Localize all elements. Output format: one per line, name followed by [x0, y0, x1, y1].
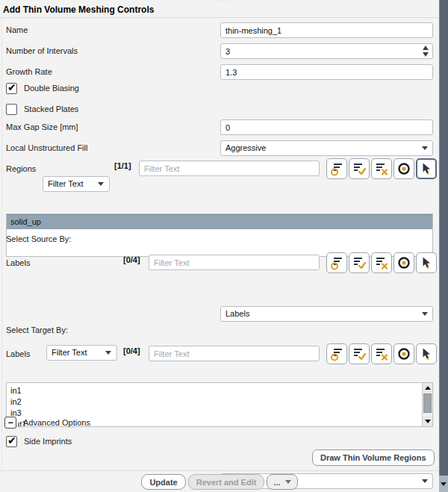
target-filter-input[interactable]: [149, 346, 320, 361]
cursor-icon: [419, 255, 434, 270]
chevron-down-icon: [98, 182, 104, 186]
checkmark-icon: ✔: [7, 81, 16, 93]
select-source-by-value: Labels: [225, 309, 249, 318]
scrollbar-thumb[interactable]: [439, 0, 448, 476]
chevron-down-icon: [105, 351, 111, 355]
graphics-select-button[interactable]: [416, 252, 437, 273]
filter-circle-icon: [329, 161, 344, 176]
regions-iconbar: [326, 158, 437, 179]
chevron-down-icon: [422, 146, 428, 150]
regions-filter-input[interactable]: [139, 161, 320, 176]
target-dot-icon: [396, 161, 411, 176]
select-source-by-dropdown[interactable]: Labels: [220, 306, 433, 322]
regions-count: [1/1]: [114, 161, 131, 170]
target-dot-icon: [396, 346, 411, 361]
source-filter-input[interactable]: [149, 255, 320, 270]
more-options-button[interactable]: ...: [267, 474, 297, 490]
regions-filter-mode-value: Filter Text: [48, 179, 83, 188]
double-biasing-row: ✔ Double Biasing: [6, 83, 79, 94]
side-imprints-row: ✔ Side Imprints: [6, 436, 72, 447]
select-filtered-button[interactable]: [349, 252, 370, 273]
drag-handle[interactable]: ·····: [208, 0, 234, 3]
source-list-scrollbar[interactable]: [422, 383, 432, 426]
draw-selection-button[interactable]: [393, 252, 414, 273]
advanced-options-row: − Advanced Options: [4, 417, 90, 429]
chevron-down-icon: [422, 312, 428, 316]
scrollbar-thumb[interactable]: [423, 393, 432, 413]
stacked-plates-checkbox[interactable]: ✔: [6, 104, 17, 115]
double-biasing-checkbox[interactable]: ✔: [6, 83, 17, 94]
filter-check-icon: [352, 346, 367, 361]
growth-rate-label: Growth Rate: [6, 64, 52, 80]
graphics-select-button[interactable]: [416, 343, 437, 364]
regions-filter-mode-dropdown[interactable]: Filter Text: [43, 176, 110, 192]
footer-separator: [0, 470, 439, 471]
scroll-down-icon[interactable]: [439, 479, 448, 488]
target-dot-icon: [396, 255, 411, 270]
content-left-edge: [1, 18, 2, 469]
panel-scrollbar[interactable]: [439, 0, 448, 492]
pattern-select-button[interactable]: [326, 343, 347, 364]
chevron-down-icon: [285, 480, 291, 484]
name-label: Name: [6, 22, 28, 38]
title-separator: [0, 17, 439, 18]
source-count: [0/4]: [123, 255, 140, 264]
source-filter-mode-dropdown[interactable]: Filter Text: [46, 345, 117, 361]
thin-volume-meshing-panel: ····· Add Thin Volume Meshing Controls N…: [0, 0, 439, 492]
select-filtered-button[interactable]: [349, 158, 370, 179]
local-fill-label: Local Unstructured Fill: [6, 140, 87, 156]
target-iconbar: [326, 343, 437, 364]
name-input[interactable]: [220, 22, 433, 38]
double-biasing-label: Double Biasing: [24, 83, 79, 94]
graphics-select-button[interactable]: [416, 158, 437, 179]
checkmark-icon: ✔: [7, 435, 16, 446]
collapse-minus-icon[interactable]: −: [4, 417, 16, 429]
source-iconbar: [326, 252, 437, 273]
local-fill-dropdown[interactable]: Aggressive: [220, 140, 433, 156]
source-labels-label: Labels: [6, 255, 30, 271]
scroll-up-icon[interactable]: [423, 383, 432, 393]
max-gap-input[interactable]: [220, 119, 433, 135]
region-list-item[interactable]: solid_up: [7, 214, 432, 229]
label-list-item[interactable]: in1: [7, 385, 432, 396]
regions-label: Regions: [6, 161, 36, 177]
filter-check-icon: [352, 255, 367, 270]
local-fill-value: Aggressive: [225, 143, 266, 152]
update-button[interactable]: Update: [141, 474, 185, 490]
select-filtered-button[interactable]: [349, 343, 370, 364]
target-count: [0/4]: [123, 346, 140, 355]
draw-selection-button[interactable]: [393, 158, 414, 179]
filter-check-icon: [352, 161, 367, 176]
cursor-icon: [419, 346, 434, 361]
draw-thin-volume-regions-button[interactable]: Draw Thin Volume Regions: [312, 449, 435, 466]
growth-rate-input[interactable]: [220, 64, 433, 80]
panel-title: Add Thin Volume Meshing Controls: [3, 4, 154, 15]
spinner-down-icon[interactable]: [423, 52, 429, 57]
filter-x-icon: [374, 255, 389, 270]
draw-selection-button[interactable]: [393, 343, 414, 364]
max-gap-label: Max Gap Size [mm]: [6, 119, 78, 135]
footer-bar: Update Revert and Edit ...: [0, 472, 439, 492]
source-filter-mode-value: Filter Text: [52, 348, 87, 357]
filter-circle-icon: [329, 255, 344, 270]
target-labels-label: Labels: [6, 346, 30, 362]
advanced-options-label: Advanced Options: [23, 417, 90, 429]
spinner-up-icon[interactable]: [423, 46, 429, 50]
intervals-input[interactable]: [220, 43, 433, 59]
minus-glyph: −: [7, 418, 13, 427]
pattern-select-button[interactable]: [326, 158, 347, 179]
revert-and-edit-button[interactable]: Revert and Edit: [188, 474, 265, 490]
deselect-filtered-button[interactable]: [371, 158, 392, 179]
deselect-filtered-button[interactable]: [371, 252, 392, 273]
cursor-icon: [419, 161, 434, 176]
filter-x-icon: [374, 346, 389, 361]
stacked-plates-row: ✔ Stacked Plates: [6, 104, 78, 115]
deselect-filtered-button[interactable]: [371, 343, 392, 364]
select-source-by-label: Select Source By:: [6, 231, 71, 247]
filter-x-icon: [374, 161, 389, 176]
side-imprints-checkbox[interactable]: ✔: [6, 436, 17, 447]
scroll-down-icon[interactable]: [423, 417, 432, 426]
pattern-select-button[interactable]: [326, 252, 347, 273]
label-list-item[interactable]: in2: [7, 396, 432, 408]
intervals-spinner[interactable]: [423, 46, 429, 57]
